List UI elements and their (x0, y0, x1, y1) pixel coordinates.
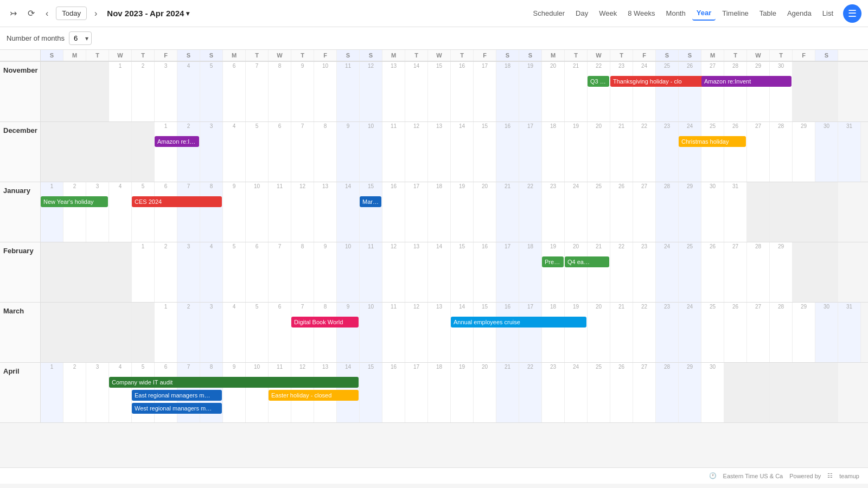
header-day-col: T (770, 50, 793, 61)
event-bar[interactable]: Martin… (360, 196, 381, 207)
calendar-header: SMTWTFSSMTWTFSSMTWTFSSMTWTFSSMTWTFS (0, 50, 868, 62)
day-number: 2 (177, 303, 200, 310)
day-cell: 24 (656, 242, 679, 302)
day-number: 17 (496, 242, 519, 249)
day-cell (109, 122, 132, 182)
event-bar[interactable]: Annual employees cruise (451, 317, 586, 328)
event-bar[interactable]: Digital Book World (291, 317, 359, 328)
next-icon[interactable]: › (91, 7, 100, 21)
today-button[interactable]: Today (56, 7, 87, 20)
day-number: 7 (246, 62, 268, 69)
day-cell: 18 (428, 363, 451, 422)
day-number: 2 (177, 122, 200, 129)
day-number: 20 (542, 62, 564, 69)
day-number: 23 (633, 242, 655, 249)
day-number: 1 (155, 303, 177, 310)
refresh-icon[interactable]: ⟳ (24, 6, 38, 21)
day-cell: 16 (382, 363, 405, 422)
day-cell: 19 (451, 182, 474, 242)
day-cell: 11 (382, 122, 405, 182)
day-cell: 5 (223, 242, 246, 302)
day-cell: 25 (656, 62, 679, 121)
day-cell: 11 (382, 303, 405, 362)
day-number: 21 (610, 303, 633, 310)
event-bar[interactable]: CES 2024 (132, 196, 222, 207)
day-cell: 30 (770, 62, 793, 121)
day-number: 9 (337, 122, 359, 129)
event-bar[interactable]: East regional managers m… (132, 390, 222, 401)
day-cell: 15 (474, 303, 496, 362)
event-bar[interactable]: Q3 ea… (588, 76, 609, 87)
day-cell: 19 (542, 242, 565, 302)
day-number: 27 (701, 62, 724, 69)
event-bar[interactable]: Company wide IT audit (109, 377, 359, 388)
day-cell: 13 (405, 242, 428, 302)
event-bar[interactable]: Presi… (542, 256, 564, 267)
day-number: 26 (679, 62, 701, 69)
day-number: 25 (701, 122, 724, 129)
event-bar[interactable]: Easter holiday - closed (269, 390, 359, 401)
day-cell (63, 242, 86, 302)
event-bar[interactable]: West regional managers m… (132, 403, 222, 414)
day-number: 14 (451, 122, 473, 129)
day-cell (86, 242, 109, 302)
day-cell: 16 (382, 182, 405, 242)
header-day-col: S (496, 50, 519, 61)
day-cell: 6 (246, 242, 269, 302)
day-cell: 14 (337, 182, 360, 242)
tab-8weeks[interactable]: 8 Weeks (623, 7, 659, 20)
event-bar[interactable]: New Year's holiday (41, 196, 108, 207)
user-avatar[interactable]: ☰ (843, 4, 861, 23)
tab-list[interactable]: List (818, 7, 838, 20)
day-number: 19 (519, 62, 541, 69)
header-day-col: W (269, 50, 291, 61)
tab-year[interactable]: Year (692, 6, 716, 21)
tab-day[interactable]: Day (571, 7, 592, 20)
day-number: 30 (815, 122, 838, 129)
day-cell (747, 363, 770, 422)
day-cell: 19 (451, 363, 474, 422)
tab-week[interactable]: Week (595, 7, 621, 20)
day-cell (63, 303, 86, 362)
tab-table[interactable]: Table (755, 7, 781, 20)
day-cell (63, 62, 86, 121)
day-cell (793, 242, 815, 302)
day-number: 24 (656, 242, 678, 249)
day-number: 17 (519, 303, 541, 310)
day-cell: 30 (815, 122, 838, 182)
day-cell: 10 (246, 182, 269, 242)
day-cell: 12 (360, 62, 382, 121)
event-bar[interactable]: Q4 ea… (565, 256, 609, 267)
header-day-col: T (451, 50, 474, 61)
tab-scheduler[interactable]: Scheduler (529, 7, 570, 20)
day-cell: 4 (109, 363, 132, 422)
prev-icon[interactable]: ‹ (42, 7, 52, 21)
day-number: 7 (291, 303, 314, 310)
day-number: 16 (451, 62, 473, 69)
header-day-col: M (223, 50, 246, 61)
header-day-col: M (701, 50, 724, 61)
tab-month[interactable]: Month (662, 7, 690, 20)
day-cell: 1 (41, 363, 63, 422)
day-cell: 18 (496, 62, 519, 121)
day-cell (63, 122, 86, 182)
event-bar[interactable]: Amazon re:I… (155, 136, 199, 147)
header-day-col: W (428, 50, 451, 61)
tab-timeline[interactable]: Timeline (718, 7, 753, 20)
day-number: 28 (770, 303, 792, 310)
event-bar[interactable]: Amazon re:Invent (701, 76, 792, 87)
day-number: 5 (246, 122, 268, 129)
day-cell: 2 (155, 242, 177, 302)
day-cell: 27 (747, 122, 770, 182)
timezone-label: Eastern Time US & Ca (723, 473, 783, 479)
event-bar[interactable]: Christmas holiday (679, 136, 746, 147)
expand-icon[interactable]: ↣ (7, 6, 20, 21)
header-day-col: M (542, 50, 565, 61)
tab-agenda[interactable]: Agenda (783, 7, 816, 20)
day-cell: 17 (405, 363, 428, 422)
day-cell: 31 (838, 122, 861, 182)
day-number: 28 (747, 242, 769, 249)
day-number: 2 (155, 242, 177, 249)
months-select[interactable]: 6 (69, 31, 92, 45)
date-range[interactable]: Nov 2023 - Apr 2024 ▾ (107, 9, 189, 18)
